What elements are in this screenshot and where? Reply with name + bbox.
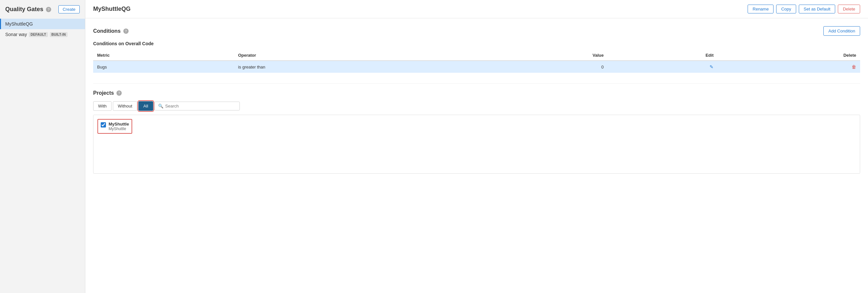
- search-input[interactable]: [165, 104, 236, 108]
- tab-group: With Without All 🔍: [93, 101, 860, 111]
- content-area: Conditions ? Add Condition Conditions on…: [85, 18, 868, 182]
- col-value: Value: [476, 50, 608, 61]
- col-metric: Metric: [93, 50, 234, 61]
- main-title: MyShuttleQG: [93, 6, 130, 12]
- cell-value: 0: [476, 61, 608, 73]
- col-operator: Operator: [234, 50, 477, 61]
- project-checkbox[interactable]: [101, 122, 106, 128]
- sidebar-item-myshuttleqg[interactable]: MyShuttleQG: [0, 19, 85, 29]
- sidebar-header: Quality Gates ? Create: [0, 5, 85, 19]
- cell-operator: is greater than: [234, 61, 477, 73]
- sidebar-title: Quality Gates: [5, 6, 43, 13]
- help-icon[interactable]: ?: [46, 7, 51, 12]
- projects-help-icon[interactable]: ?: [117, 91, 122, 96]
- main-header: MyShuttleQG Rename Copy Set as Default D…: [85, 0, 868, 18]
- set-as-default-button[interactable]: Set as Default: [799, 5, 836, 13]
- search-box: 🔍: [155, 102, 240, 110]
- sidebar: Quality Gates ? Create MyShuttleQG Sonar…: [0, 0, 85, 293]
- delete-button[interactable]: Delete: [838, 5, 860, 13]
- main-content: MyShuttleQG Rename Copy Set as Default D…: [85, 0, 868, 293]
- projects-section-header: Projects ?: [93, 90, 860, 96]
- delete-row-icon[interactable]: 🗑: [851, 64, 856, 69]
- overall-code-title: Conditions on Overall Code: [93, 41, 860, 46]
- conditions-section-header: Conditions ? Add Condition: [93, 26, 860, 36]
- projects-title: Projects: [93, 90, 114, 96]
- project-key: MyShuttle: [108, 127, 129, 131]
- projects-list-area: MyShuttle MyShuttle: [93, 115, 860, 174]
- cell-delete-action[interactable]: 🗑: [717, 61, 860, 73]
- sidebar-item-sonarway[interactable]: Sonar way DEFAULT BUILT-IN: [0, 29, 85, 40]
- sidebar-item-myshuttleqg-label: MyShuttleQG: [5, 21, 33, 27]
- list-item[interactable]: MyShuttle MyShuttle: [97, 119, 132, 134]
- edit-icon[interactable]: ✎: [710, 64, 713, 69]
- copy-button[interactable]: Copy: [776, 5, 796, 13]
- projects-section: Projects ? With Without All 🔍 MyShuttle …: [93, 90, 860, 174]
- cell-metric: Bugs: [93, 61, 234, 73]
- conditions-table: Metric Operator Value Edit Delete Bugs i…: [93, 50, 860, 73]
- header-actions: Rename Copy Set as Default Delete: [748, 5, 860, 13]
- tab-without[interactable]: Without: [113, 101, 137, 111]
- default-badge: DEFAULT: [29, 32, 48, 37]
- rename-button[interactable]: Rename: [748, 5, 774, 13]
- conditions-title: Conditions: [93, 28, 121, 34]
- col-edit: Edit: [608, 50, 717, 61]
- project-info: MyShuttle MyShuttle: [108, 122, 129, 131]
- add-condition-button[interactable]: Add Condition: [824, 26, 860, 36]
- tab-all[interactable]: All: [138, 101, 153, 111]
- tab-with[interactable]: With: [93, 101, 112, 111]
- table-row: Bugs is greater than 0 ✎ 🗑: [93, 61, 860, 73]
- create-button[interactable]: Create: [58, 5, 80, 13]
- col-delete: Delete: [717, 50, 860, 61]
- builtin-badge: BUILT-IN: [50, 32, 68, 37]
- cell-edit-action[interactable]: ✎: [608, 61, 717, 73]
- sidebar-item-sonarway-label: Sonar way: [5, 32, 27, 37]
- conditions-help-icon[interactable]: ?: [123, 29, 129, 34]
- search-icon: 🔍: [158, 104, 163, 108]
- divider: [93, 83, 860, 84]
- project-name: MyShuttle: [108, 122, 129, 127]
